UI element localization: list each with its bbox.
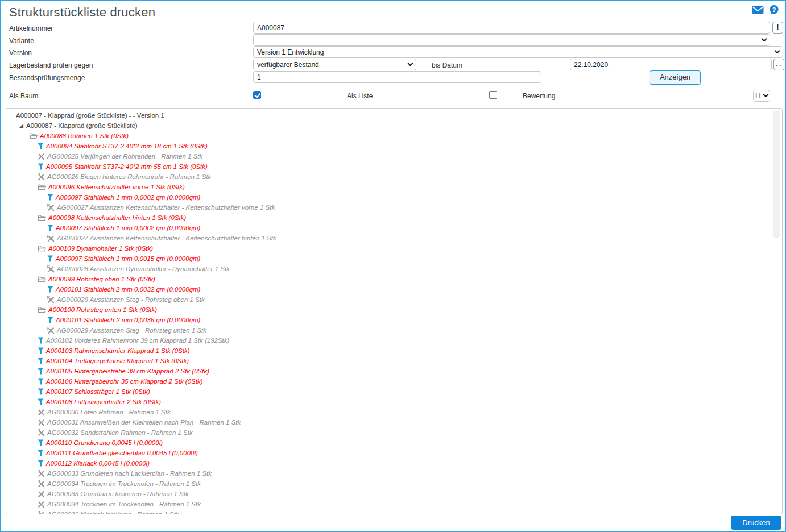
- dropdown-icon: [775, 48, 780, 54]
- lagerbestand-select[interactable]: verfügbarer Bestand: [253, 59, 416, 70]
- tree-item[interactable]: A000106 Hintergabelrohr 35 cm Klapprad 2…: [6, 376, 782, 386]
- assembly-icon: [38, 214, 46, 222]
- tree-vertical-scrollbar[interactable]: [773, 111, 780, 238]
- tree-item-label: AG000026 Biegen hinteres Rahmenrohr - Ra…: [47, 173, 211, 180]
- tree-item[interactable]: AG000035 Grundfarbe lackieren - Rahmen 1…: [6, 489, 782, 499]
- expand-icon[interactable]: [19, 123, 24, 128]
- tree-item[interactable]: AG000028 Ausstanzen Dynamohalter - Dynam…: [6, 264, 782, 274]
- bom-tree: A000087 - Klapprad (große Stückliste) - …: [6, 110, 782, 514]
- operation-icon: [38, 480, 45, 488]
- tree-item[interactable]: A000094 Stahlrohr ST37-2 40*2 mm 18 cm 1…: [6, 141, 782, 151]
- operation-icon: [47, 204, 55, 211]
- operation-icon: [47, 265, 55, 273]
- dropdown-icon: [762, 36, 767, 42]
- anzeigen-button[interactable]: Anzeigen: [650, 70, 701, 85]
- tree-item[interactable]: AG000036 Klarlack lackieren - Rahmen 1 S…: [6, 509, 782, 514]
- tree-item[interactable]: A000098 Kettenschutzhalter hinten 1 Stk …: [6, 213, 782, 223]
- tree-item[interactable]: A000099 Rohrsteg oben 1 Stk (0Stk): [6, 274, 782, 284]
- assembly-icon: [38, 306, 46, 314]
- tree-item-label: A000105 Hintergabelstrebe 39 cm Klapprad…: [46, 368, 209, 375]
- operation-icon: [47, 296, 55, 304]
- tree-item[interactable]: A000100 Rohrsteg unten 1 Stk (0Stk): [6, 305, 782, 315]
- tree-item[interactable]: AG000031 Anschweißen der Kleinteilen nac…: [6, 417, 782, 427]
- part-icon: [38, 368, 44, 375]
- operation-icon: [47, 235, 55, 242]
- operation-icon: [38, 409, 45, 416]
- drucken-button[interactable]: Drucken: [731, 516, 781, 530]
- als-baum-label: Als Baum: [9, 92, 38, 100]
- bewertung-label: Bewertung: [523, 92, 555, 100]
- tree-item-label: A000107 Schlossträger 1 Stk (0Stk): [46, 388, 150, 395]
- tree-item[interactable]: A000112 Klarlack 0,0045 l (0,0000l): [6, 458, 782, 468]
- tree-item[interactable]: A000097 Stahlblech 1 mm 0,0002 qm (0,000…: [6, 223, 782, 233]
- tree-item[interactable]: AG000032 Sandstrahlen Rahmen - Rahmen 1 …: [6, 427, 782, 438]
- artikelnummer-input[interactable]: [253, 22, 770, 34]
- part-icon: [38, 347, 44, 354]
- bewertung-select-value: Li: [755, 92, 763, 100]
- tree-item[interactable]: A000096 Kettenschutzhalter vorne 1 Stk (…: [6, 182, 782, 192]
- tree-item[interactable]: AG000025 Verjüngen der Rohrenden - Rahme…: [6, 151, 782, 161]
- tree-item-label: AG000028 Ausstanzen Dynamohalter - Dynam…: [57, 265, 230, 272]
- mail-icon[interactable]: [752, 6, 764, 14]
- tree-item[interactable]: AG000030 Löten Rahmen - Rahmen 1 Stk: [6, 407, 782, 417]
- date-more-button[interactable]: …: [773, 59, 784, 70]
- tree-item[interactable]: A000103 Rahmenscharnier Klapprad 1 Stk (…: [6, 346, 782, 356]
- tree-item[interactable]: A000087 - Klapprad (große Stückliste) - …: [6, 110, 782, 120]
- tree-item-label: A000087 - Klapprad (große Stückliste) - …: [16, 112, 164, 119]
- part-icon: [38, 450, 44, 456]
- tree-item[interactable]: AG000027 Ausstanzen Kettenschutzhalter -…: [6, 233, 782, 243]
- menge-input[interactable]: [253, 71, 541, 83]
- tree-item[interactable]: A000110 Grundierung 0,0045 l (0,0000l): [6, 438, 782, 448]
- dropdown-icon: [408, 61, 413, 66]
- tree-item[interactable]: A000101 Stahlblech 2 mm 0,0032 qm (0,000…: [6, 284, 782, 294]
- tree-item[interactable]: A000101 Stahlblech 2 mm 0,0036 qm (0,000…: [6, 315, 782, 325]
- tree-item-label: A000110 Grundierung 0,0045 l (0,0000l): [46, 439, 163, 446]
- bis-datum-input[interactable]: [570, 59, 772, 70]
- tree-item-label: AG000027 Ausstanzen Kettenschutzhalter -…: [57, 235, 276, 242]
- part-icon: [47, 225, 53, 231]
- tree-item[interactable]: AG000029 Ausstanzen Steg - Rohrsteg unte…: [6, 325, 782, 335]
- tree-item[interactable]: AG000033 Grundieren nach Lackierplan - R…: [6, 468, 782, 479]
- tree-item-label: A000097 Stahlblech 1 mm 0,0002 qm (0,000…: [56, 225, 200, 231]
- operation-icon: [38, 470, 45, 477]
- bis-datum-label: bis Datum: [432, 61, 462, 69]
- part-icon: [38, 388, 44, 395]
- artikelnummer-lookup-button[interactable]: !: [772, 22, 783, 34]
- tree-item[interactable]: A000104 Tretlagergehäuse Klapprad 1 Stk …: [6, 356, 782, 366]
- tree-item[interactable]: AG000034 Trocknen im Trockenofen - Rahme…: [6, 499, 782, 509]
- tree-item[interactable]: A000095 Stahlrohr ST37-2 40*2 mm 55 cm 1…: [6, 161, 782, 172]
- tree-item[interactable]: A000109 Dynamohalter 1 Stk (0Stk): [6, 243, 782, 253]
- tree-item[interactable]: A000087 - Klapprad (große Stückliste): [6, 120, 782, 131]
- tree-item[interactable]: AG000034 Trocknen im Trockenofen - Rahme…: [6, 479, 782, 489]
- tree-item[interactable]: AG000027 Ausstanzen Kettenschutzhalter -…: [6, 202, 782, 213]
- part-icon: [38, 163, 44, 170]
- als-liste-checkbox[interactable]: [489, 91, 497, 99]
- bom-tree-panel: A000087 - Klapprad (große Stückliste) - …: [6, 108, 783, 514]
- variante-select[interactable]: [253, 34, 770, 46]
- tree-item-label: A000099 Rohrsteg oben 1 Stk (0Stk): [48, 276, 155, 282]
- menge-label: Bestandsprüfungsmenge: [9, 74, 85, 82]
- tree-item[interactable]: A000097 Stahlblech 1 mm 0,0015 qm (0,000…: [6, 253, 782, 264]
- tree-item-label: AG000029 Ausstanzen Steg - Rohrsteg unte…: [57, 327, 206, 334]
- tree-item[interactable]: A000108 Luftpumpenhalter 2 Stk (0Stk): [6, 397, 782, 407]
- part-icon: [47, 317, 53, 323]
- tree-item[interactable]: A000105 Hintergabelstrebe 39 cm Klapprad…: [6, 366, 782, 376]
- version-select[interactable]: Version 1 Entwicklung: [253, 46, 783, 58]
- bewertung-select[interactable]: Li: [753, 90, 770, 102]
- operation-icon: [38, 511, 45, 515]
- tree-item-label: AG000031 Anschweißen der Kleinteilen nac…: [47, 419, 241, 426]
- help-icon[interactable]: ?: [769, 5, 779, 15]
- tree-item[interactable]: A000102 Vorderes Rahmenrohr 39 cm Klappr…: [6, 335, 782, 346]
- tree-item[interactable]: A000111 Grundfarbe glescherblau 0,0045 l…: [6, 448, 782, 458]
- svg-text:?: ?: [772, 6, 776, 13]
- tree-item-label: A000108 Luftpumpenhalter 2 Stk (0Stk): [46, 398, 161, 405]
- tree-item[interactable]: A000097 Stahlblech 1 mm 0,0002 qm (0,000…: [6, 192, 782, 202]
- tree-item-label: AG000027 Ausstanzen Kettenschutzhalter -…: [57, 204, 275, 211]
- als-baum-checkbox[interactable]: [253, 91, 261, 99]
- tree-item-label: A000098 Kettenschutzhalter hinten 1 Stk …: [48, 214, 186, 221]
- tree-item[interactable]: A000088 Rahmen 1 Stk (0Stk): [6, 131, 782, 141]
- tree-item[interactable]: AG000029 Ausstanzen Steg - Rohrsteg oben…: [6, 294, 782, 305]
- tree-item[interactable]: AG000026 Biegen hinteres Rahmenrohr - Ra…: [6, 172, 782, 182]
- tree-item[interactable]: A000107 Schlossträger 1 Stk (0Stk): [6, 386, 782, 397]
- assembly-icon: [38, 245, 46, 252]
